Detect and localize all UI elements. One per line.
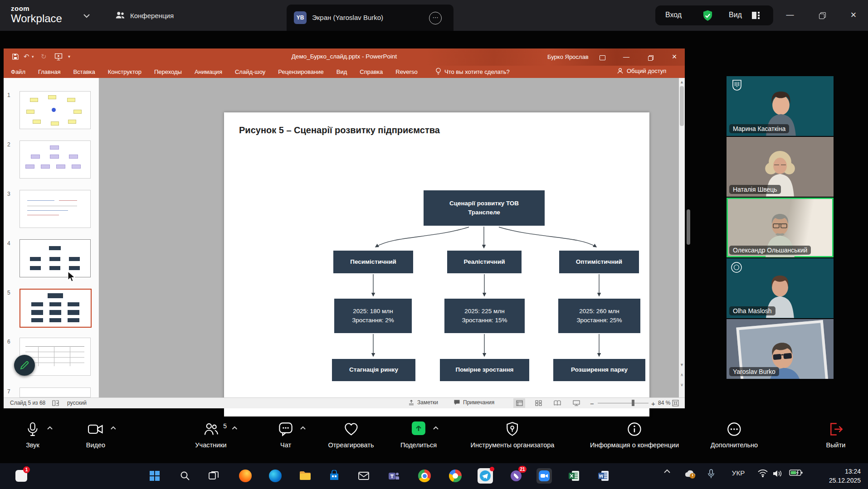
taskbar-icon-chrome[interactable] xyxy=(417,468,432,484)
search-button[interactable] xyxy=(177,468,193,484)
undo-icon[interactable]: ↶ xyxy=(24,53,29,61)
tray-expand-button[interactable] xyxy=(663,469,671,474)
tab-conference[interactable]: Конференция xyxy=(114,0,174,31)
taskbar-icon-store[interactable] xyxy=(327,468,342,484)
chat-options-icon[interactable] xyxy=(300,426,306,430)
taskbar-icon-phone[interactable]: 21 xyxy=(508,468,524,484)
annotate-button[interactable] xyxy=(14,355,35,376)
more-button[interactable]: Дополнительно xyxy=(711,421,758,449)
slide-thumbnail-3[interactable]: 3 xyxy=(4,190,98,231)
slide-thumbnail-7[interactable]: 7 xyxy=(4,387,98,397)
zoom-level[interactable]: 84 % xyxy=(658,400,670,406)
ppt-close-button[interactable]: × xyxy=(668,52,681,62)
video-button[interactable]: Видео xyxy=(86,421,105,449)
tray-wifi-icon[interactable] xyxy=(757,469,768,477)
slide-thumbnail-1[interactable]: 1 xyxy=(4,91,98,132)
taskbar-icon-telegram[interactable] xyxy=(478,468,493,484)
signin-button[interactable]: Вход xyxy=(665,11,682,19)
spellcheck-icon[interactable] xyxy=(52,400,59,407)
tray-volume-icon[interactable] xyxy=(772,469,783,478)
fit-to-window-icon[interactable] xyxy=(672,400,679,407)
taskbar-icon-firefox[interactable] xyxy=(238,468,253,484)
slide-thumbnail-2[interactable]: 2 xyxy=(4,140,98,181)
zoom-slider-track[interactable] xyxy=(598,403,649,403)
zoom-slider-thumb[interactable] xyxy=(632,400,634,406)
share-options-icon[interactable] xyxy=(433,426,439,430)
scroll-down-icon[interactable]: ▼ xyxy=(679,363,685,367)
previous-slide-button[interactable]: ∧ xyxy=(679,373,685,377)
tab-view[interactable]: Вид xyxy=(330,68,354,75)
save-icon[interactable] xyxy=(12,53,19,60)
customize-qat-icon[interactable]: ▾ xyxy=(68,54,70,59)
close-button[interactable]: × xyxy=(847,9,860,22)
ribbon-options-button[interactable] xyxy=(595,52,609,63)
restore-button[interactable] xyxy=(815,9,828,24)
taskbar-clock[interactable]: 13:24 25.12.2025 xyxy=(829,467,861,485)
normal-view-button[interactable] xyxy=(513,398,525,408)
undo-dropdown-icon[interactable]: ▾ xyxy=(32,54,34,59)
view-button[interactable]: Вид xyxy=(729,11,742,19)
audio-options-icon[interactable] xyxy=(47,426,53,430)
participant-tile[interactable]: Наталія Швець xyxy=(727,137,834,197)
host-tools-button[interactable]: Инструменты организатора xyxy=(471,421,555,449)
tab-insert[interactable]: Вставка xyxy=(67,68,101,75)
zoom-out-button[interactable]: − xyxy=(590,400,594,407)
slide-scrollbar[interactable]: ▲ ▼ ∧ ∨ xyxy=(679,78,685,397)
video-options-icon[interactable] xyxy=(110,426,117,430)
taskbar-icon-zoom[interactable] xyxy=(536,468,552,484)
slide-thumbnail-4[interactable]: 4 xyxy=(4,239,98,280)
tab-options-icon[interactable]: ⋯ xyxy=(429,12,442,24)
slide-indicator[interactable]: Слайд 5 из 68 xyxy=(10,400,45,406)
meeting-info-button[interactable]: Информация о конференции xyxy=(590,421,679,449)
language-indicator[interactable]: русский xyxy=(67,400,87,406)
tab-file[interactable]: Файл xyxy=(5,68,32,75)
leave-button[interactable]: Выйти xyxy=(826,421,846,449)
tray-onedrive-icon[interactable] xyxy=(684,469,697,479)
ppt-minimize-button[interactable]: — xyxy=(619,52,633,62)
task-view-button[interactable] xyxy=(206,468,221,484)
notes-toggle[interactable]: Заметки xyxy=(408,399,438,406)
zoom-in-button[interactable]: + xyxy=(651,400,655,407)
taskbar-notification-icon[interactable]: 1 xyxy=(14,468,29,484)
taskbar-icon-browser-profile[interactable] xyxy=(448,468,463,484)
participant-tile[interactable]: Марина Касаткіна xyxy=(727,76,834,136)
participant-tile[interactable]: Olha Maslosh xyxy=(727,258,834,318)
taskbar-icon-edge[interactable] xyxy=(268,468,283,484)
tray-microphone-icon[interactable] xyxy=(707,469,715,479)
slide-thumbnail-5[interactable]: 5 xyxy=(4,289,98,329)
comments-toggle[interactable]: Примечания xyxy=(454,399,494,406)
slide-sorter-view-button[interactable] xyxy=(532,398,544,408)
start-button[interactable] xyxy=(147,468,162,484)
taskbar-icon-word[interactable] xyxy=(596,468,611,484)
tab-reverso[interactable]: Reverso xyxy=(389,68,424,75)
taskbar-icon-excel[interactable] xyxy=(566,468,582,484)
participants-button[interactable]: 5 Участники xyxy=(195,421,226,449)
tray-language-indicator[interactable]: УКР xyxy=(726,469,751,477)
tell-me-box[interactable]: Что вы хотите сделать? xyxy=(435,68,510,76)
reading-view-button[interactable] xyxy=(551,398,563,408)
share-screen-button[interactable]: Поделиться xyxy=(400,421,437,449)
participant-tile-active-speaker[interactable]: Олександр Ольшанський xyxy=(727,198,834,257)
tab-design[interactable]: Конструктор xyxy=(102,68,148,75)
taskbar-icon-file-explorer[interactable] xyxy=(297,468,313,484)
share-document-button[interactable]: Общий доступ xyxy=(617,68,666,74)
account-name[interactable]: Бурко Ярослав xyxy=(547,53,589,60)
tray-battery-icon[interactable] xyxy=(789,469,803,476)
chat-button[interactable]: Чат xyxy=(278,421,293,449)
tab-shared-screen[interactable]: YB Экран (Yaroslav Burko) ⋯ xyxy=(287,5,454,31)
tab-home[interactable]: Главная xyxy=(32,68,67,75)
slideshow-view-button[interactable] xyxy=(571,398,582,408)
tab-review[interactable]: Рецензирование xyxy=(272,68,330,75)
next-slide-button[interactable]: ∨ xyxy=(679,382,685,387)
scroll-up-icon[interactable]: ▲ xyxy=(679,80,685,84)
taskbar-icon-teams[interactable] xyxy=(386,468,401,484)
start-slideshow-icon[interactable] xyxy=(54,53,63,61)
react-button[interactable]: Отреагировать xyxy=(328,421,374,449)
taskbar-icon-mail[interactable] xyxy=(356,468,371,484)
participant-tile[interactable]: Yaroslav Burko xyxy=(727,319,834,379)
ppt-restore-button[interactable] xyxy=(644,52,657,64)
tab-help[interactable]: Справка xyxy=(353,68,389,75)
scrollbar-thumb[interactable] xyxy=(680,86,684,126)
tab-transitions[interactable]: Переходы xyxy=(148,68,188,75)
tab-slideshow[interactable]: Слайд-шоу xyxy=(229,68,272,75)
